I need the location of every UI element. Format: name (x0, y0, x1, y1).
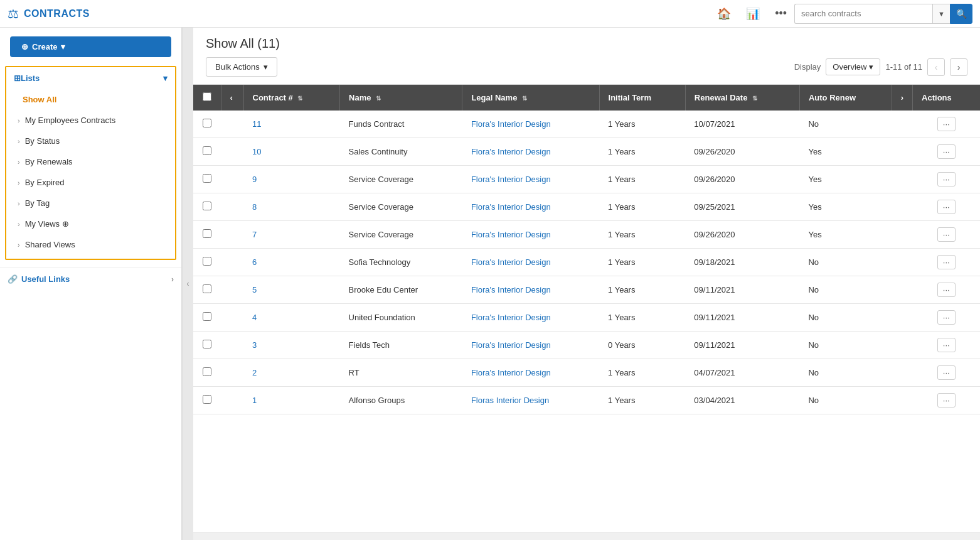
row-checkbox-3[interactable] (203, 340, 211, 348)
contract-num-link-9[interactable]: 9 (252, 175, 257, 184)
row-actions-button-8[interactable]: ··· (937, 200, 956, 214)
sidebar-item-by-tag[interactable]: › By Tag (6, 193, 175, 213)
row-actions-cell-2[interactable]: ··· (913, 359, 980, 387)
sidebar-collapse-handle[interactable]: ‹ (182, 28, 193, 540)
contract-num-link-4[interactable]: 4 (252, 313, 257, 322)
th-contract-num[interactable]: Contract # ⇅ (243, 85, 340, 111)
create-button[interactable]: ⊕ Create ▾ (10, 36, 171, 57)
legal-name-link-11[interactable]: Flora's Interior Design (471, 119, 551, 129)
overview-dropdown-button[interactable]: Overview ▾ (826, 58, 880, 75)
row-legal-name-4[interactable]: Flora's Interior Design (462, 304, 599, 332)
row-contract-num-2[interactable]: 2 (243, 359, 340, 387)
row-checkbox-9[interactable] (203, 174, 211, 183)
row-contract-num-5[interactable]: 5 (243, 276, 340, 304)
row-checkbox-cell[interactable] (193, 193, 221, 221)
row-actions-button-2[interactable]: ··· (937, 365, 956, 380)
row-checkbox-1[interactable] (203, 395, 211, 404)
row-contract-num-1[interactable]: 1 (243, 387, 340, 414)
sidebar-item-by-status[interactable]: › By Status (6, 131, 175, 151)
th-select-all[interactable] (193, 85, 221, 111)
th-legal-name[interactable]: Legal Name ⇅ (462, 85, 599, 111)
row-actions-button-3[interactable]: ··· (937, 338, 956, 352)
row-checkbox-2[interactable] (203, 367, 211, 376)
contract-num-link-7[interactable]: 7 (252, 230, 257, 239)
row-legal-name-7[interactable]: Flora's Interior Design (462, 221, 599, 249)
row-checkbox-cell[interactable] (193, 249, 221, 276)
home-button[interactable]: 🏠 (715, 4, 733, 23)
legal-name-link-5[interactable]: Flora's Interior Design (471, 285, 551, 294)
row-checkbox-11[interactable] (203, 119, 211, 127)
row-actions-button-11[interactable]: ··· (937, 117, 956, 131)
legal-name-link-10[interactable]: Flora's Interior Design (471, 147, 551, 156)
th-renewal-date[interactable]: Renewal Date ⇅ (685, 85, 799, 111)
legal-name-link-9[interactable]: Flora's Interior Design (471, 175, 551, 184)
row-actions-cell-8[interactable]: ··· (913, 193, 980, 221)
row-actions-cell-3[interactable]: ··· (913, 332, 980, 359)
row-checkbox-cell[interactable] (193, 276, 221, 304)
sidebar-item-my-views[interactable]: › My Views ⊕ (6, 213, 175, 234)
sidebar-item-by-expired[interactable]: › By Expired (6, 172, 175, 193)
contract-num-link-11[interactable]: 11 (252, 119, 261, 129)
row-actions-button-4[interactable]: ··· (937, 310, 956, 325)
th-back[interactable]: ‹ (221, 85, 243, 111)
row-checkbox-cell[interactable] (193, 111, 221, 138)
row-checkbox-cell[interactable] (193, 221, 221, 249)
row-legal-name-1[interactable]: Floras Interior Design (462, 387, 599, 414)
row-checkbox-10[interactable] (203, 146, 211, 155)
pagination-prev-button[interactable]: ‹ (927, 58, 945, 76)
row-contract-num-8[interactable]: 8 (243, 193, 340, 221)
row-checkbox-cell[interactable] (193, 332, 221, 359)
row-actions-button-6[interactable]: ··· (937, 255, 956, 269)
row-contract-num-7[interactable]: 7 (243, 221, 340, 249)
sidebar-item-by-renewals[interactable]: › By Renewals (6, 151, 175, 172)
row-legal-name-5[interactable]: Flora's Interior Design (462, 276, 599, 304)
contract-num-link-3[interactable]: 3 (252, 340, 257, 350)
row-actions-button-10[interactable]: ··· (937, 144, 956, 159)
row-contract-num-4[interactable]: 4 (243, 304, 340, 332)
contract-num-link-2[interactable]: 2 (252, 368, 257, 377)
row-checkbox-cell[interactable] (193, 387, 221, 414)
legal-name-link-6[interactable]: Flora's Interior Design (471, 257, 551, 267)
row-actions-button-1[interactable]: ··· (937, 393, 956, 408)
sidebar-useful-links[interactable]: 🔗 Useful Links › (0, 267, 181, 290)
row-actions-button-5[interactable]: ··· (937, 283, 956, 297)
row-checkbox-7[interactable] (203, 229, 211, 238)
row-actions-cell-10[interactable]: ··· (913, 138, 980, 166)
th-name[interactable]: Name ⇅ (340, 85, 462, 111)
row-actions-cell-6[interactable]: ··· (913, 249, 980, 276)
row-checkbox-cell[interactable] (193, 304, 221, 332)
row-checkbox-cell[interactable] (193, 166, 221, 193)
contract-num-link-10[interactable]: 10 (252, 147, 261, 156)
th-actions-arrow[interactable]: › (892, 85, 912, 111)
row-checkbox-5[interactable] (203, 284, 211, 293)
row-legal-name-2[interactable]: Flora's Interior Design (462, 359, 599, 387)
legal-name-link-2[interactable]: Flora's Interior Design (471, 368, 551, 377)
search-dropdown-button[interactable]: ▼ (932, 4, 950, 24)
row-checkbox-4[interactable] (203, 312, 211, 321)
row-legal-name-11[interactable]: Flora's Interior Design (462, 111, 599, 138)
more-button[interactable]: ••• (772, 4, 789, 23)
row-legal-name-9[interactable]: Flora's Interior Design (462, 166, 599, 193)
sidebar-item-shared-views[interactable]: › Shared Views (6, 234, 175, 255)
contract-num-link-8[interactable]: 8 (252, 202, 257, 212)
sidebar-lists-header[interactable]: ⊞ Lists ▾ (6, 67, 175, 89)
row-actions-button-7[interactable]: ··· (937, 227, 956, 242)
contract-num-link-5[interactable]: 5 (252, 285, 257, 294)
row-actions-cell-11[interactable]: ··· (913, 111, 980, 138)
row-legal-name-10[interactable]: Flora's Interior Design (462, 138, 599, 166)
row-checkbox-cell[interactable] (193, 359, 221, 387)
legal-name-link-7[interactable]: Flora's Interior Design (471, 230, 551, 239)
row-contract-num-3[interactable]: 3 (243, 332, 340, 359)
row-checkbox-cell[interactable] (193, 138, 221, 166)
row-actions-cell-7[interactable]: ··· (913, 221, 980, 249)
sidebar-item-show-all[interactable]: Show All (6, 89, 175, 110)
chart-button[interactable]: 📊 (743, 4, 762, 23)
legal-name-link-1[interactable]: Floras Interior Design (471, 396, 549, 405)
row-checkbox-6[interactable] (203, 257, 211, 266)
bulk-actions-button[interactable]: Bulk Actions ▾ (206, 57, 277, 77)
row-actions-cell-9[interactable]: ··· (913, 166, 980, 193)
sidebar-item-my-employees-contracts[interactable]: › My Employees Contracts (6, 110, 175, 131)
pagination-next-button[interactable]: › (950, 58, 967, 76)
row-legal-name-8[interactable]: Flora's Interior Design (462, 193, 599, 221)
row-contract-num-9[interactable]: 9 (243, 166, 340, 193)
